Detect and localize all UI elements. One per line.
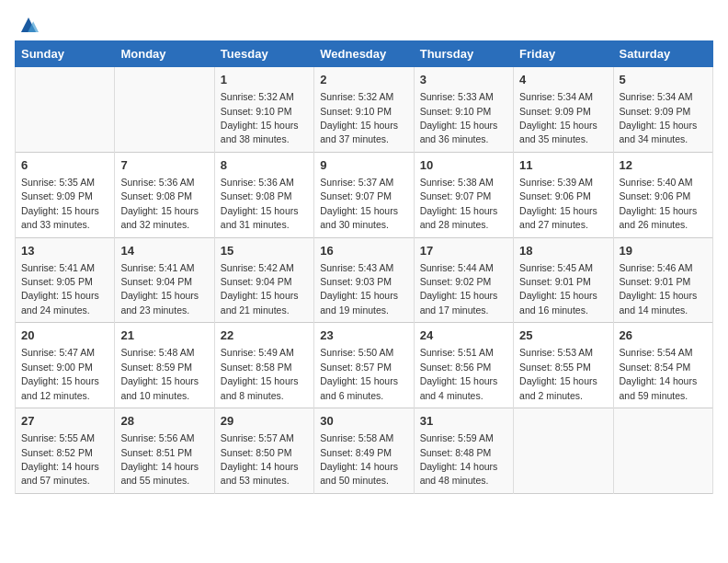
day-info: Sunrise: 5:46 AM Sunset: 9:01 PM Dayligh… (620, 262, 698, 316)
day-number: 20 (21, 327, 108, 344)
calendar-cell: 22Sunrise: 5:49 AM Sunset: 8:58 PM Dayli… (214, 323, 313, 408)
day-number: 28 (120, 413, 208, 430)
day-number: 8 (221, 157, 308, 174)
day-number: 24 (420, 327, 507, 344)
calendar-header: SundayMondayTuesdayWednesdayThursdayFrid… (16, 41, 713, 67)
calendar-cell (16, 67, 115, 153)
day-number: 26 (620, 327, 707, 344)
day-number: 12 (620, 157, 707, 174)
calendar-cell: 7Sunrise: 5:36 AM Sunset: 9:08 PM Daylig… (115, 152, 214, 237)
calendar-cell: 4Sunrise: 5:34 AM Sunset: 9:09 PM Daylig… (514, 67, 613, 153)
calendar-cell: 2Sunrise: 5:32 AM Sunset: 9:10 PM Daylig… (314, 67, 414, 153)
day-info: Sunrise: 5:39 AM Sunset: 9:06 PM Dayligh… (519, 177, 597, 230)
day-info: Sunrise: 5:45 AM Sunset: 9:01 PM Dayligh… (519, 262, 597, 316)
day-number: 27 (21, 413, 108, 430)
day-info: Sunrise: 5:36 AM Sunset: 9:08 PM Dayligh… (221, 177, 299, 230)
day-number: 10 (420, 157, 507, 174)
day-info: Sunrise: 5:38 AM Sunset: 9:07 PM Dayligh… (420, 177, 498, 230)
calendar-cell: 21Sunrise: 5:48 AM Sunset: 8:59 PM Dayli… (115, 323, 214, 408)
day-info: Sunrise: 5:44 AM Sunset: 9:02 PM Dayligh… (420, 262, 498, 316)
calendar-cell: 17Sunrise: 5:44 AM Sunset: 9:02 PM Dayli… (414, 237, 513, 323)
calendar-table: SundayMondayTuesdayWednesdayThursdayFrid… (15, 40, 713, 494)
day-info: Sunrise: 5:58 AM Sunset: 8:49 PM Dayligh… (320, 432, 398, 486)
weekday-header-friday: Friday (514, 41, 613, 67)
day-info: Sunrise: 5:41 AM Sunset: 9:04 PM Dayligh… (120, 262, 199, 316)
day-number: 2 (320, 72, 407, 88)
day-info: Sunrise: 5:43 AM Sunset: 9:03 PM Dayligh… (320, 262, 398, 316)
day-number: 19 (620, 243, 707, 259)
weekday-header-sunday: Sunday (16, 41, 115, 67)
day-number: 11 (519, 157, 607, 174)
day-info: Sunrise: 5:47 AM Sunset: 9:00 PM Dayligh… (21, 347, 99, 400)
calendar-cell: 5Sunrise: 5:34 AM Sunset: 9:09 PM Daylig… (613, 67, 712, 153)
weekday-header-monday: Monday (115, 41, 214, 67)
day-info: Sunrise: 5:34 AM Sunset: 9:09 PM Dayligh… (519, 91, 597, 144)
calendar-cell: 27Sunrise: 5:55 AM Sunset: 8:52 PM Dayli… (16, 408, 115, 494)
day-info: Sunrise: 5:41 AM Sunset: 9:05 PM Dayligh… (21, 262, 99, 316)
calendar-week-row: 6Sunrise: 5:35 AM Sunset: 9:09 PM Daylig… (16, 152, 713, 237)
calendar-cell: 26Sunrise: 5:54 AM Sunset: 8:54 PM Dayli… (613, 323, 712, 408)
calendar-cell: 30Sunrise: 5:58 AM Sunset: 8:49 PM Dayli… (314, 408, 414, 494)
day-number: 1 (221, 72, 308, 88)
calendar-cell: 31Sunrise: 5:59 AM Sunset: 8:48 PM Dayli… (414, 408, 513, 494)
logo (15, 15, 39, 35)
day-number: 22 (221, 327, 308, 344)
weekday-header-tuesday: Tuesday (214, 41, 313, 67)
day-number: 16 (320, 243, 407, 259)
day-number: 30 (320, 413, 407, 430)
day-info: Sunrise: 5:36 AM Sunset: 9:08 PM Dayligh… (120, 177, 199, 230)
day-number: 9 (320, 157, 407, 174)
day-number: 13 (21, 243, 108, 259)
calendar-cell: 18Sunrise: 5:45 AM Sunset: 9:01 PM Dayli… (514, 237, 613, 323)
calendar-week-row: 1Sunrise: 5:32 AM Sunset: 9:10 PM Daylig… (16, 67, 713, 153)
day-info: Sunrise: 5:37 AM Sunset: 9:07 PM Dayligh… (320, 177, 398, 230)
day-info: Sunrise: 5:54 AM Sunset: 8:54 PM Dayligh… (620, 347, 698, 400)
day-info: Sunrise: 5:56 AM Sunset: 8:51 PM Dayligh… (120, 432, 199, 486)
calendar-cell: 20Sunrise: 5:47 AM Sunset: 9:00 PM Dayli… (16, 323, 115, 408)
calendar-cell: 11Sunrise: 5:39 AM Sunset: 9:06 PM Dayli… (514, 152, 613, 237)
day-info: Sunrise: 5:34 AM Sunset: 9:09 PM Dayligh… (620, 91, 698, 144)
calendar-cell (514, 408, 613, 494)
calendar-cell: 15Sunrise: 5:42 AM Sunset: 9:04 PM Dayli… (214, 237, 313, 323)
calendar-week-row: 13Sunrise: 5:41 AM Sunset: 9:05 PM Dayli… (16, 237, 713, 323)
calendar-cell: 28Sunrise: 5:56 AM Sunset: 8:51 PM Dayli… (115, 408, 214, 494)
calendar-cell: 3Sunrise: 5:33 AM Sunset: 9:10 PM Daylig… (414, 67, 513, 153)
calendar-cell: 25Sunrise: 5:53 AM Sunset: 8:55 PM Dayli… (514, 323, 613, 408)
calendar-cell: 24Sunrise: 5:51 AM Sunset: 8:56 PM Dayli… (414, 323, 513, 408)
calendar-week-row: 27Sunrise: 5:55 AM Sunset: 8:52 PM Dayli… (16, 408, 713, 494)
day-number: 31 (420, 413, 507, 430)
calendar-cell: 29Sunrise: 5:57 AM Sunset: 8:50 PM Dayli… (214, 408, 313, 494)
day-info: Sunrise: 5:59 AM Sunset: 8:48 PM Dayligh… (420, 432, 498, 486)
calendar-cell: 19Sunrise: 5:46 AM Sunset: 9:01 PM Dayli… (613, 237, 712, 323)
calendar-cell: 13Sunrise: 5:41 AM Sunset: 9:05 PM Dayli… (16, 237, 115, 323)
day-info: Sunrise: 5:33 AM Sunset: 9:10 PM Dayligh… (420, 91, 498, 144)
calendar-cell (115, 67, 214, 153)
day-number: 5 (620, 72, 707, 88)
calendar-cell: 1Sunrise: 5:32 AM Sunset: 9:10 PM Daylig… (214, 67, 313, 153)
calendar-cell: 12Sunrise: 5:40 AM Sunset: 9:06 PM Dayli… (613, 152, 712, 237)
weekday-header-thursday: Thursday (414, 41, 513, 67)
day-number: 7 (120, 157, 208, 174)
calendar-cell: 16Sunrise: 5:43 AM Sunset: 9:03 PM Dayli… (314, 237, 414, 323)
logo-icon (18, 15, 39, 35)
day-number: 4 (519, 72, 607, 88)
day-info: Sunrise: 5:49 AM Sunset: 8:58 PM Dayligh… (221, 347, 299, 400)
day-info: Sunrise: 5:50 AM Sunset: 8:57 PM Dayligh… (320, 347, 398, 400)
day-number: 14 (120, 243, 208, 259)
calendar-cell: 14Sunrise: 5:41 AM Sunset: 9:04 PM Dayli… (115, 237, 214, 323)
day-number: 18 (519, 243, 607, 259)
day-number: 21 (120, 327, 208, 344)
day-info: Sunrise: 5:57 AM Sunset: 8:50 PM Dayligh… (221, 432, 299, 486)
day-info: Sunrise: 5:32 AM Sunset: 9:10 PM Dayligh… (221, 91, 299, 144)
weekday-header-row: SundayMondayTuesdayWednesdayThursdayFrid… (16, 41, 713, 67)
day-info: Sunrise: 5:48 AM Sunset: 8:59 PM Dayligh… (120, 347, 199, 400)
weekday-header-saturday: Saturday (613, 41, 712, 67)
day-info: Sunrise: 5:35 AM Sunset: 9:09 PM Dayligh… (21, 177, 99, 230)
calendar-cell: 6Sunrise: 5:35 AM Sunset: 9:09 PM Daylig… (16, 152, 115, 237)
day-info: Sunrise: 5:51 AM Sunset: 8:56 PM Dayligh… (420, 347, 498, 400)
calendar-cell: 8Sunrise: 5:36 AM Sunset: 9:08 PM Daylig… (214, 152, 313, 237)
calendar-cell: 9Sunrise: 5:37 AM Sunset: 9:07 PM Daylig… (314, 152, 414, 237)
day-info: Sunrise: 5:40 AM Sunset: 9:06 PM Dayligh… (620, 177, 698, 230)
calendar-cell: 10Sunrise: 5:38 AM Sunset: 9:07 PM Dayli… (414, 152, 513, 237)
day-info: Sunrise: 5:53 AM Sunset: 8:55 PM Dayligh… (519, 347, 597, 400)
